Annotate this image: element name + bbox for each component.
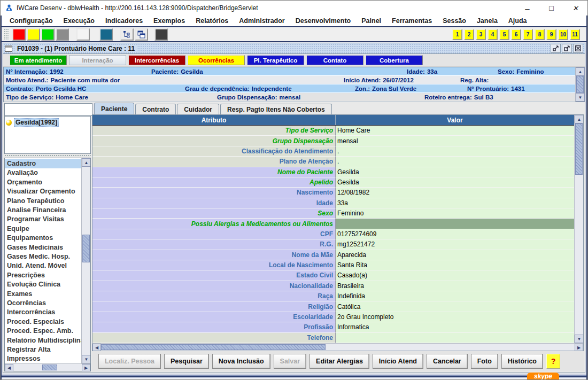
module-list-item[interactable]: Cadastro — [5, 159, 81, 168]
toolbar-dark-button[interactable] — [154, 28, 168, 41]
menu-item[interactable]: Janela — [472, 16, 502, 26]
scroll-right-icon[interactable]: ▶ — [575, 344, 583, 351]
table-row[interactable]: Apelido Gesilda — [92, 177, 574, 188]
module-list-item[interactable]: Prescrições — [5, 270, 81, 280]
action-button[interactable]: Pesquisar — [164, 354, 209, 369]
detail-tab[interactable]: Contrato — [135, 104, 176, 114]
column-header-valor[interactable]: Valor — [336, 115, 574, 125]
module-list-vscrollbar[interactable]: ▲ ▼ — [81, 158, 90, 363]
status-button[interactable]: Pl. Terapêutico — [247, 55, 304, 65]
detail-tab[interactable]: Paciente — [94, 103, 134, 114]
menu-item[interactable]: Desenvolvimento — [291, 16, 356, 26]
table-row[interactable]: Nome do Paciente Gesilda — [92, 167, 574, 177]
toolbar-color-button[interactable] — [12, 28, 26, 41]
table-row[interactable]: CPF 01275274609 — [92, 229, 574, 239]
tree-view-button[interactable] — [120, 28, 134, 41]
module-list-hscrollbar[interactable]: ◀ ▶ — [5, 363, 90, 371]
patient-search-input[interactable] — [4, 103, 92, 116]
session-number-button[interactable]: 6 — [511, 29, 521, 40]
table-row[interactable]: Raça Indefinida — [92, 291, 574, 301]
scroll-down-icon[interactable]: ▼ — [576, 93, 585, 102]
scroll-down-icon[interactable]: ▼ — [575, 335, 583, 343]
table-row[interactable]: Tipo de Serviço Home Care — [92, 126, 574, 136]
module-list-item[interactable]: Programar Visitas — [5, 215, 81, 224]
table-row[interactable]: Nacionalidade Brasileira — [92, 281, 574, 291]
action-button[interactable]: Histórico — [501, 354, 543, 369]
maximize-button[interactable] — [539, 1, 563, 15]
session-number-button[interactable]: 5 — [499, 29, 509, 40]
action-button[interactable]: Nova Inclusão — [212, 354, 270, 369]
minimize-button[interactable] — [515, 1, 539, 15]
action-button[interactable]: Início Atend — [373, 354, 423, 369]
toolbar-color-button[interactable] — [27, 28, 40, 41]
os-titlebar[interactable]: IWCare Desenv - dblwHealth - http://200.… — [1, 1, 587, 15]
module-list-item[interactable]: Gases Medicinais — [5, 243, 81, 252]
table-row[interactable]: Telefone — [92, 333, 574, 343]
skype-badge[interactable]: skype — [527, 373, 559, 379]
action-button[interactable]: Localiz. Pessoa — [98, 354, 161, 369]
status-button[interactable]: Ocorrências — [188, 55, 245, 65]
menu-item[interactable]: Exemplos — [149, 16, 190, 26]
close-button[interactable] — [563, 1, 587, 15]
menu-item[interactable]: Administrador — [234, 16, 289, 26]
module-list-item[interactable]: Equipe — [5, 224, 81, 233]
module-list-item[interactable]: Avaliação — [5, 168, 81, 177]
menu-item[interactable]: Sessão — [438, 16, 471, 26]
action-button[interactable]: Foto — [471, 354, 498, 369]
table-row[interactable]: Idade 33a — [92, 198, 574, 208]
frame-minimize-button[interactable] — [551, 44, 561, 53]
module-list-item[interactable]: Exames — [5, 289, 81, 298]
module-list-item[interactable]: Analise Financeira — [5, 205, 81, 214]
table-row[interactable]: Local de Nascimento Santa Rita — [92, 260, 574, 270]
module-list-item[interactable]: Ocorrências — [5, 298, 81, 307]
table-vscrollbar[interactable]: ▲ ▼ — [574, 115, 583, 343]
table-row[interactable]: Nome da Mãe Aparecida — [92, 250, 574, 260]
scroll-left-icon[interactable]: ◀ — [5, 364, 13, 371]
module-list-item[interactable]: Relatório Multidisciplina — [5, 336, 81, 345]
column-header-atributo[interactable]: Atributo — [92, 115, 336, 125]
menu-item[interactable]: Relatórios — [191, 16, 233, 26]
table-row[interactable]: Nascimento 12/08/1982 — [92, 188, 574, 198]
toolbar-grip[interactable] — [4, 28, 9, 40]
table-row[interactable]: Religião Católica — [92, 301, 574, 312]
table-row[interactable]: Plano de Atenção . — [92, 157, 574, 167]
session-number-button[interactable]: 4 — [488, 29, 498, 40]
menu-item[interactable]: Ajuda — [504, 16, 532, 26]
status-button[interactable]: Cobertura — [366, 55, 423, 65]
table-row[interactable]: Possiu Alergias a Medicamentos ou Alimen… — [92, 219, 574, 229]
action-button[interactable]: Salvar — [274, 354, 307, 369]
scroll-up-icon[interactable]: ▲ — [576, 67, 585, 76]
session-number-button[interactable]: 9 — [546, 29, 556, 40]
scroll-up-icon[interactable]: ▲ — [82, 158, 90, 167]
session-number-button[interactable]: 11 — [570, 29, 580, 40]
table-row[interactable]: Classificação do Atendimento . — [92, 146, 574, 157]
info-panel-scrollbar[interactable]: ▲ ▼ — [575, 67, 584, 102]
scroll-up-icon[interactable]: ▲ — [575, 115, 583, 123]
session-number-button[interactable]: 7 — [523, 29, 533, 40]
detail-tab[interactable]: Cuidador — [177, 104, 219, 114]
session-number-button[interactable]: 1 — [452, 29, 462, 40]
module-list-item[interactable]: Registrar Alta — [5, 345, 81, 354]
frame-maximize-button[interactable] — [562, 44, 572, 53]
action-button[interactable]: Editar Alergias — [310, 354, 369, 369]
session-number-button[interactable]: 8 — [535, 29, 545, 40]
cascade-windows-button[interactable] — [135, 28, 148, 41]
frame-close-button[interactable] — [573, 44, 583, 53]
table-row[interactable]: Sexo Feminino — [92, 208, 574, 219]
table-row[interactable]: Grupo Dispensação mensal — [92, 136, 574, 146]
toolbar-color-button[interactable] — [99, 28, 113, 41]
module-list-item[interactable]: Impressos — [5, 354, 81, 363]
menu-item[interactable]: Painel — [357, 16, 386, 26]
module-list-item[interactable]: Visualizar Orçamento — [5, 187, 81, 196]
session-number-button[interactable]: 10 — [558, 29, 568, 40]
menu-item[interactable]: Indicadores — [100, 16, 148, 26]
tree-item-patient[interactable]: Gesilda[1992] — [6, 118, 89, 127]
toolbar-color-button[interactable] — [56, 28, 69, 41]
table-row[interactable]: Profissão Informatica — [92, 322, 574, 332]
table-row[interactable]: Escolaridade 2o Grau Incompleto — [92, 312, 574, 322]
table-row[interactable]: R.G. mg12521472 — [92, 239, 574, 250]
module-list-item[interactable]: Proced. Espec. Amb. — [5, 326, 81, 335]
menu-item[interactable]: Ferramentas — [387, 16, 437, 26]
table-hscrollbar[interactable]: ◀ ▶ — [92, 343, 583, 351]
module-list-item[interactable]: Evolução Clínica — [5, 280, 81, 289]
